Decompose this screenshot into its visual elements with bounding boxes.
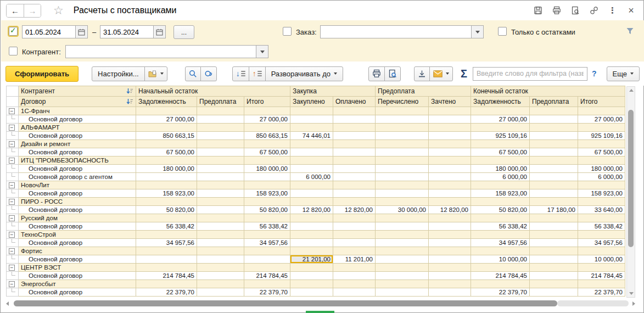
- value-cell[interactable]: [429, 165, 471, 173]
- value-cell[interactable]: [333, 148, 376, 156]
- calendar-icon[interactable]: [153, 26, 165, 38]
- value-cell[interactable]: [290, 181, 333, 189]
- value-cell[interactable]: [290, 264, 333, 272]
- value-cell[interactable]: [197, 272, 244, 280]
- print-icon[interactable]: [552, 6, 561, 15]
- forward-button[interactable]: →: [24, 4, 41, 17]
- value-cell[interactable]: [197, 222, 244, 231]
- preview-icon[interactable]: [570, 6, 580, 15]
- value-cell[interactable]: [530, 173, 578, 181]
- value-cell[interactable]: [290, 247, 333, 255]
- print-preview-button[interactable]: [384, 66, 401, 81]
- chevron-down-icon[interactable]: [471, 26, 483, 38]
- print-button[interactable]: [368, 66, 385, 81]
- value-cell[interactable]: 27 000,00: [136, 115, 197, 124]
- collapse-minus-icon[interactable]: −: [9, 199, 15, 205]
- value-cell[interactable]: [429, 264, 471, 272]
- value-cell[interactable]: [244, 280, 290, 288]
- group-row[interactable]: −ПИРО - РОСС: [7, 198, 625, 206]
- value-cell[interactable]: [290, 231, 333, 239]
- subcolumn-header[interactable]: Предоплата: [197, 97, 244, 107]
- value-cell[interactable]: [244, 181, 290, 189]
- contract-name[interactable]: Основной договор: [19, 222, 136, 231]
- value-cell[interactable]: [578, 107, 625, 115]
- counterparty-name[interactable]: ЦЕНТР ВЭСТ: [19, 264, 136, 272]
- period-checkbox[interactable]: [9, 27, 18, 36]
- value-cell[interactable]: 27 000,00: [244, 115, 290, 124]
- value-cell[interactable]: [197, 214, 244, 222]
- scroll-left-arrow[interactable]: [6, 301, 9, 306]
- value-cell[interactable]: [471, 214, 530, 222]
- value-cell[interactable]: [376, 107, 429, 115]
- value-cell[interactable]: 850 663,15: [244, 132, 290, 140]
- value-cell[interactable]: [333, 239, 376, 247]
- save-file-button[interactable]: [414, 66, 430, 81]
- only-with-balance-checkbox[interactable]: [498, 27, 507, 36]
- value-cell[interactable]: [136, 247, 197, 255]
- contract-name[interactable]: Основной договор: [19, 165, 136, 173]
- value-cell[interactable]: [333, 181, 376, 189]
- value-cell[interactable]: [290, 288, 333, 297]
- expand-all-button[interactable]: ↓: [232, 66, 249, 81]
- value-cell[interactable]: [530, 214, 578, 222]
- value-cell[interactable]: [429, 198, 471, 206]
- value-cell[interactable]: 50 820,00: [136, 206, 197, 214]
- value-cell[interactable]: [136, 181, 197, 189]
- value-cell[interactable]: [197, 124, 244, 132]
- value-cell[interactable]: [197, 173, 244, 181]
- value-cell[interactable]: [376, 165, 429, 173]
- column-group-prepayment[interactable]: Предоплата: [376, 86, 471, 97]
- collapse-toggle-cell[interactable]: −: [7, 124, 19, 132]
- value-cell[interactable]: 6 000,00: [471, 173, 530, 181]
- value-cell[interactable]: 214 784,45: [471, 272, 530, 280]
- value-cell[interactable]: [244, 214, 290, 222]
- group-row[interactable]: −Русский дом: [7, 214, 625, 222]
- value-cell[interactable]: [429, 181, 471, 189]
- value-cell[interactable]: [530, 255, 578, 264]
- value-cell[interactable]: 180 000,00: [578, 165, 625, 173]
- collapse-minus-icon[interactable]: −: [9, 281, 15, 287]
- value-cell[interactable]: [333, 156, 376, 165]
- value-cell[interactable]: 67 500,00: [136, 148, 197, 156]
- value-cell[interactable]: [197, 247, 244, 255]
- order-checkbox[interactable]: [283, 27, 292, 36]
- collapse-minus-icon[interactable]: −: [9, 232, 15, 238]
- value-cell[interactable]: [530, 264, 578, 272]
- value-cell[interactable]: 22 379,70: [578, 288, 625, 297]
- subcolumn-header[interactable]: Задолженность: [471, 97, 530, 107]
- counterparty-name[interactable]: АЛЬФАМАРТ: [19, 124, 136, 132]
- value-cell[interactable]: [333, 198, 376, 206]
- value-cell[interactable]: 56 338,42: [578, 222, 625, 231]
- counterparty-name[interactable]: Фортис: [19, 247, 136, 255]
- counterparty-name[interactable]: Энергосбыт: [19, 280, 136, 288]
- value-cell[interactable]: 22 379,70: [136, 288, 197, 297]
- value-cell[interactable]: [429, 148, 471, 156]
- counterparty-name[interactable]: ПИРО - РОСС: [19, 198, 136, 206]
- value-cell[interactable]: [290, 239, 333, 247]
- value-cell[interactable]: [290, 280, 333, 288]
- value-cell[interactable]: [530, 222, 578, 231]
- value-cell[interactable]: [333, 189, 376, 198]
- value-cell[interactable]: 34 957,56: [244, 239, 290, 247]
- group-row[interactable]: −АЛЬФАМАРТ: [7, 124, 625, 132]
- value-cell[interactable]: [471, 231, 530, 239]
- value-cell[interactable]: [376, 124, 429, 132]
- detail-row[interactable]: Основной договор214 784,45214 784,45214 …: [7, 272, 625, 280]
- value-cell[interactable]: [244, 231, 290, 239]
- value-cell[interactable]: [429, 173, 471, 181]
- value-cell[interactable]: [333, 247, 376, 255]
- value-cell[interactable]: [429, 107, 471, 115]
- value-cell[interactable]: 10 000,00: [578, 255, 625, 264]
- detail-row[interactable]: Основной договор34 957,5634 957,5634 957…: [7, 239, 625, 247]
- group-row[interactable]: −ЦЕНТР ВЭСТ: [7, 264, 625, 272]
- order-input[interactable]: [321, 26, 471, 38]
- settings-button[interactable]: Настройки...: [92, 66, 145, 81]
- counterparty-name[interactable]: ИТЦ "ПРОМБЕЗОПАСНОСТЬ: [19, 156, 136, 165]
- calendar-icon[interactable]: [75, 26, 87, 38]
- value-cell[interactable]: [578, 198, 625, 206]
- period-from-input[interactable]: [23, 26, 75, 38]
- horizontal-scroll-thumb[interactable]: [14, 300, 557, 306]
- value-cell[interactable]: [376, 156, 429, 165]
- contract-name[interactable]: Основной договор: [19, 288, 136, 297]
- group-row[interactable]: −НовочЛит: [7, 181, 625, 189]
